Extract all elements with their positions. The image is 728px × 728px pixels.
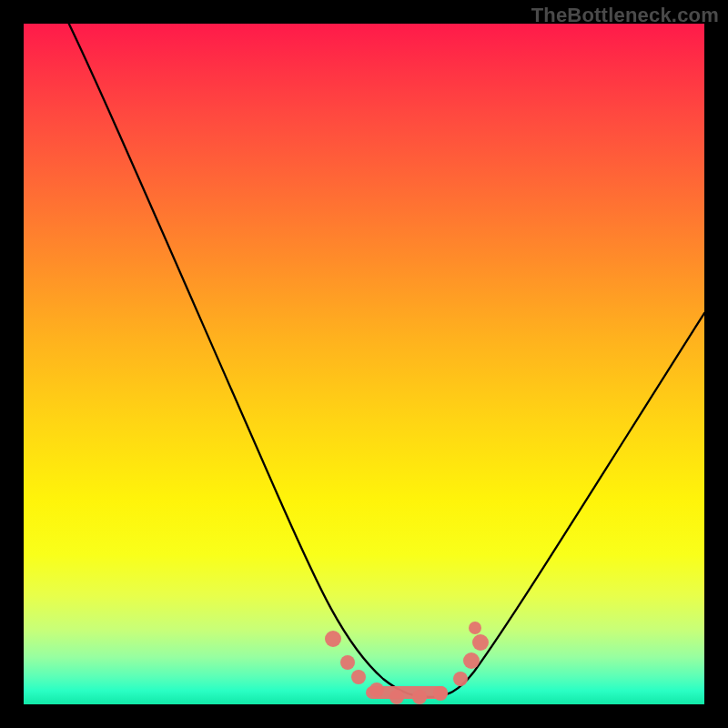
marker-dot — [469, 622, 481, 634]
marker-dot — [369, 682, 384, 697]
marker-dot — [340, 655, 355, 670]
marker-dot — [463, 652, 480, 669]
marker-dot — [453, 672, 468, 686]
marker-dot — [389, 690, 404, 704]
marker-dot — [412, 690, 427, 704]
curve-layer — [24, 24, 704, 704]
marker-dot — [325, 631, 341, 647]
plot-area — [24, 24, 704, 704]
bottleneck-curve — [60, 24, 704, 697]
watermark-text: TheBottleneck.com — [531, 4, 719, 27]
marker-dot — [433, 686, 448, 701]
chart-frame: TheBottleneck.com — [0, 0, 728, 728]
marker-dot — [351, 670, 366, 684]
marker-dot — [472, 634, 489, 651]
